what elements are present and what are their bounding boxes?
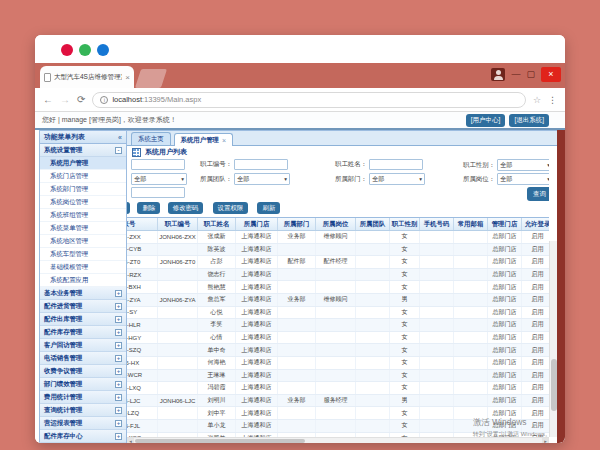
sidebar-group[interactable]: 费用统计管理+	[40, 391, 126, 404]
sidebar-item[interactable]: 系统菜单管理	[40, 222, 126, 235]
toolbar-button[interactable]: 新增	[127, 202, 130, 214]
table-row[interactable]: JONH06-FJL单小龙上海通和店女总部门店启用	[127, 420, 549, 433]
horizontal-scrollbar-thumb[interactable]	[135, 439, 305, 443]
expand-group-icon[interactable]: +	[115, 420, 122, 427]
sidebar-item[interactable]: 系统部门管理	[40, 183, 126, 196]
site-info-icon[interactable]: i	[100, 96, 108, 104]
expand-group-icon[interactable]: +	[115, 342, 122, 349]
column-header[interactable]: 职工性别	[390, 218, 420, 230]
horizontal-scrollbar[interactable]: ◂ ▸	[127, 437, 549, 443]
window-dot-blue[interactable]	[97, 44, 109, 56]
collapse-sidebar-icon[interactable]: «	[118, 134, 122, 141]
column-header[interactable]: 所属岗位	[316, 218, 356, 230]
window-dot-red[interactable]	[61, 44, 73, 56]
refresh-icon[interactable]: ⟳	[77, 94, 85, 105]
table-row[interactable]: SHION4-HLR李笑上海通和店女总部门店启用	[127, 319, 549, 332]
sidebar-item[interactable]: 系统配置应用	[40, 274, 126, 287]
sidebar-item[interactable]: 基础模板管理	[40, 261, 126, 274]
toolbar-button[interactable]: 设置权限	[213, 202, 249, 214]
table-row[interactable]: JONH06-SZQ单中奇上海通和店女总部门店启用	[127, 344, 549, 357]
vertical-scrollbar[interactable]	[549, 241, 557, 437]
column-header[interactable]: 手机号码	[420, 218, 454, 230]
sidebar-group[interactable]: 部门绩效管理+	[40, 378, 126, 391]
table-row[interactable]: SHION4-BXH熊艳慧上海通和店女总部门店启用	[127, 281, 549, 294]
maximize-button[interactable]: ▢	[526, 70, 535, 79]
scroll-left-icon[interactable]: ◂	[127, 438, 134, 443]
filter-select[interactable]: 全部▾	[234, 173, 290, 185]
sidebar-item[interactable]: 系统车型管理	[40, 248, 126, 261]
table-row[interactable]: JONH4-LZQ刘中平上海通和店女总部门店启用	[127, 407, 549, 420]
expand-group-icon[interactable]: +	[115, 394, 122, 401]
column-header[interactable]: 允许登录	[522, 218, 549, 230]
sidebar-item[interactable]: 系统门店管理	[40, 170, 126, 183]
table-row[interactable]: JONH4-SY心悦上海通和店女总部门店启用	[127, 307, 549, 320]
collapse-group-icon[interactable]: -	[115, 147, 122, 154]
table-row[interactable]: JONH06-ZXXJONH06-ZXX张成新上海通和店业务部维修顾问女总部门店…	[127, 231, 549, 244]
sidebar-item[interactable]: 系统地区管理	[40, 235, 126, 248]
sidebar-group[interactable]: 配件库存中心+	[40, 430, 126, 443]
logout-button[interactable]: [退出系统]	[509, 114, 549, 127]
column-header[interactable]: 管理门店	[488, 218, 522, 230]
column-header[interactable]: 登录账号	[127, 218, 158, 230]
sidebar-group[interactable]: 营运报表管理+	[40, 417, 126, 430]
filter-select[interactable]: 全部▾	[497, 159, 549, 171]
sidebar-item[interactable]: 系统用户管理	[40, 157, 126, 170]
filter-select[interactable]: 全部▾	[497, 173, 549, 185]
column-header[interactable]: 所属部门	[278, 218, 316, 230]
table-row[interactable]: JONH06-CYB陈英波上海通和店女总部门店启用	[127, 244, 549, 257]
tab-home[interactable]: 系统主页	[131, 132, 171, 145]
browser-menu-icon[interactable]: ⋮	[548, 95, 557, 105]
vertical-scrollbar-thumb[interactable]	[551, 359, 557, 411]
sidebar-group[interactable]: 客户回访管理+	[40, 339, 126, 352]
column-header[interactable]: 常用邮箱	[454, 218, 488, 230]
tab-system-users[interactable]: 系统用户管理 ×	[174, 133, 233, 146]
browser-scrollbar-strip[interactable]	[557, 130, 565, 443]
sidebar-group[interactable]: 基本业务管理+	[40, 287, 126, 300]
sidebar-group[interactable]: 配件进货管理+	[40, 300, 126, 313]
sidebar-group[interactable]: 配件出库管理+	[40, 313, 126, 326]
new-tab-button[interactable]	[135, 69, 167, 88]
scroll-right-icon[interactable]: ▸	[542, 438, 549, 443]
browser-tab[interactable]: 大型汽车4S店维修管理系 ×	[40, 66, 134, 88]
tab-close-icon[interactable]: ×	[222, 137, 226, 144]
bookmark-star-icon[interactable]: ☆	[533, 95, 541, 105]
user-center-button[interactable]: [用户中心]	[466, 114, 506, 127]
table-row[interactable]: WTION4-RZX饶志行上海通和店女总部门店启用	[127, 269, 549, 282]
expand-group-icon[interactable]: +	[115, 290, 122, 297]
expand-group-icon[interactable]: +	[115, 433, 122, 440]
table-row[interactable]: JONH06-WCR王琳琳上海通和店女总部门店启用	[127, 370, 549, 383]
filter-input[interactable]	[131, 159, 185, 170]
sidebar-group[interactable]: 收费争议管理+	[40, 365, 126, 378]
toolbar-button[interactable]: 删除	[137, 202, 160, 214]
filter-input[interactable]	[234, 159, 288, 170]
expand-group-icon[interactable]: +	[115, 407, 122, 414]
sidebar-group[interactable]: 电话销售管理+	[40, 352, 126, 365]
table-row[interactable]: JONH06-LJCJONH06-LJC刘明川上海通和店业务部服务经理男总部门店…	[127, 395, 549, 408]
column-header[interactable]: 所属团队	[356, 218, 390, 230]
table-row[interactable]: SHION4-HGY心情上海通和店女总部门店启用	[127, 332, 549, 345]
sidebar-header[interactable]: 功能菜单列表 «	[40, 131, 126, 144]
expand-group-icon[interactable]: +	[115, 355, 122, 362]
expand-group-icon[interactable]: +	[115, 303, 122, 310]
table-row[interactable]: JONH06-LXQ冯碧霞上海通和店女总部门店启用	[127, 382, 549, 395]
toolbar-button[interactable]: 修改密码	[168, 202, 204, 214]
sidebar-group-system-settings[interactable]: 系统设置管理 -	[40, 144, 126, 157]
sidebar-group[interactable]: 配件库存管理+	[40, 326, 126, 339]
sidebar-item[interactable]: 系统岗位管理	[40, 196, 126, 209]
expand-group-icon[interactable]: +	[115, 316, 122, 323]
table-row[interactable]: JONH06-ZT0JONH06-ZT0占彭上海通和店配件部配件经理女总部门店启…	[127, 256, 549, 269]
table-row[interactable]: JONH06-HX何海艳上海通和店女总部门店启用	[127, 357, 549, 370]
tab-close-icon[interactable]: ×	[125, 73, 130, 82]
filter-input[interactable]	[131, 187, 185, 198]
filter-select[interactable]: 全部▾	[131, 173, 187, 185]
sidebar-group[interactable]: 查询统计管理+	[40, 404, 126, 417]
minimize-button[interactable]: —	[511, 70, 520, 79]
sidebar-item[interactable]: 系统班组管理	[40, 209, 126, 222]
column-header[interactable]: 职工姓名	[198, 218, 236, 230]
toolbar-button[interactable]: 刷新	[257, 202, 280, 214]
expand-group-icon[interactable]: +	[115, 368, 122, 375]
column-header[interactable]: 所属门店	[236, 218, 278, 230]
filter-input[interactable]	[369, 159, 423, 170]
column-header[interactable]: 职工编号	[158, 218, 198, 230]
back-icon[interactable]: ←	[43, 94, 53, 105]
